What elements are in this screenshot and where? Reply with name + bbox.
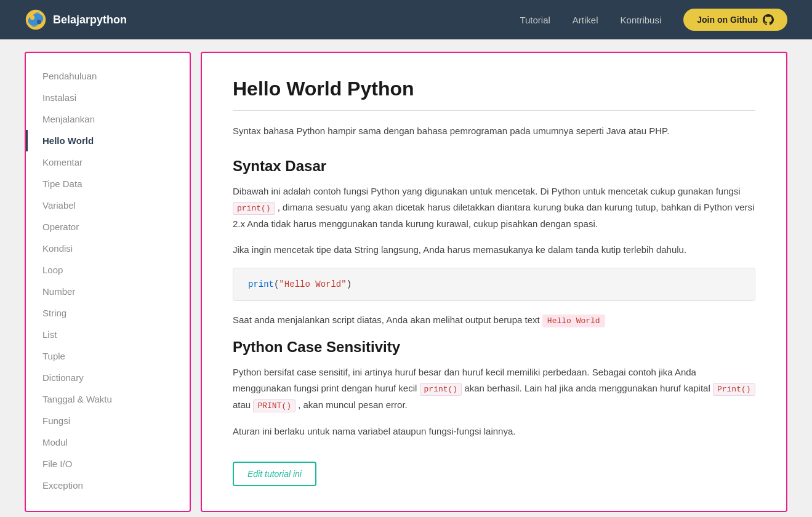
main-content: Hello World Python Syntax bahasa Python … <box>201 52 787 512</box>
navbar-links: Tutorial Artikel Kontribusi Join on Gith… <box>520 9 787 31</box>
sidebar-item-instalasi[interactable]: Instalasi <box>26 87 190 108</box>
code-print-inline: print() <box>233 202 275 215</box>
section2-para1: Python bersifat case sensitif, ini artin… <box>233 364 755 414</box>
nav-artikel[interactable]: Artikel <box>573 15 598 25</box>
section1-para3: Saat anda menjalankan script diatas, And… <box>233 312 755 329</box>
section1-para2: Jika ingin mencetak tipe data String lan… <box>233 242 755 258</box>
code-string: "Hello World" <box>279 279 346 289</box>
section2-para1-end: , akan muncul pesan error. <box>295 399 408 410</box>
github-button[interactable]: Join on Github <box>683 9 787 31</box>
section1-para1-after: , dimana sesuatu yang akan dicetak harus… <box>233 202 754 229</box>
brand-logo <box>25 9 47 31</box>
sidebar: Pendahuluan Instalasi Menjalankan Hello … <box>25 52 191 512</box>
code-print-upper: PRINT() <box>253 399 295 412</box>
brand: Belajarpython <box>25 9 127 31</box>
section1-title: Syntax Dasar <box>233 158 755 175</box>
navbar: Belajarpython Tutorial Artikel Kontribus… <box>0 0 812 39</box>
page-wrapper: Pendahuluan Instalasi Menjalankan Hello … <box>0 39 812 517</box>
section1-para1: Dibawah ini adalah contoh fungsi Python … <box>233 183 755 232</box>
section2-title: Python Case Sensitivity <box>233 339 755 356</box>
sidebar-item-tuple[interactable]: Tuple <box>26 345 190 367</box>
title-divider <box>233 110 755 111</box>
section2-para1-mid2: atau <box>233 399 253 410</box>
nav-kontribusi[interactable]: Kontribusi <box>621 15 662 25</box>
sidebar-item-loop[interactable]: Loop <box>26 259 190 281</box>
sidebar-item-dictionary[interactable]: Dictionary <box>26 367 190 388</box>
svg-point-4 <box>37 20 41 24</box>
output-hello-world: Hello World <box>542 315 605 327</box>
code-print-capital: Print() <box>713 383 755 396</box>
code-keyword: print <box>248 279 274 289</box>
edit-tutorial-button[interactable]: Edit tutorial ini <box>233 462 316 486</box>
code-paren-close: ) <box>347 279 352 289</box>
sidebar-item-number[interactable]: Number <box>26 281 190 302</box>
svg-point-3 <box>30 15 34 20</box>
sidebar-item-modul[interactable]: Modul <box>26 431 190 453</box>
sidebar-item-string[interactable]: String <box>26 302 190 324</box>
sidebar-item-kondisi[interactable]: Kondisi <box>26 238 190 259</box>
section1-para1-before: Dibawah ini adalah contoh fungsi Python … <box>233 186 741 196</box>
code-block: print("Hello World") <box>233 268 755 301</box>
code-print-lower: print() <box>420 383 462 396</box>
page-title: Hello World Python <box>233 78 755 100</box>
sidebar-item-tipe-data[interactable]: Tipe Data <box>26 173 190 194</box>
section2-para1-mid: akan berhasil. Lain hal jika anda menggu… <box>462 383 713 393</box>
sidebar-item-file-io[interactable]: File I/O <box>26 453 190 475</box>
intro-text: Syntax bahasa Python hampir sama dengan … <box>233 123 755 139</box>
section1-para3-before: Saat anda menjalankan script diatas, And… <box>233 315 542 325</box>
section2-para2: Aturan ini berlaku untuk nama variabel a… <box>233 423 755 439</box>
brand-name: Belajarpython <box>53 14 127 26</box>
sidebar-item-fungsi[interactable]: Fungsi <box>26 410 190 431</box>
sidebar-item-komentar[interactable]: Komentar <box>26 151 190 173</box>
sidebar-item-menjalankan[interactable]: Menjalankan <box>26 108 190 130</box>
sidebar-item-hello-world[interactable]: Hello World <box>26 130 190 151</box>
sidebar-item-list[interactable]: List <box>26 324 190 345</box>
github-button-label: Join on Github <box>697 15 758 25</box>
nav-tutorial[interactable]: Tutorial <box>520 15 550 25</box>
sidebar-item-pendahuluan[interactable]: Pendahuluan <box>26 65 190 87</box>
github-icon <box>763 14 774 25</box>
sidebar-item-exception[interactable]: Exception <box>26 475 190 496</box>
sidebar-item-variabel[interactable]: Variabel <box>26 194 190 216</box>
sidebar-item-tanggal[interactable]: Tanggal & Waktu <box>26 388 190 410</box>
sidebar-item-operator[interactable]: Operator <box>26 216 190 238</box>
